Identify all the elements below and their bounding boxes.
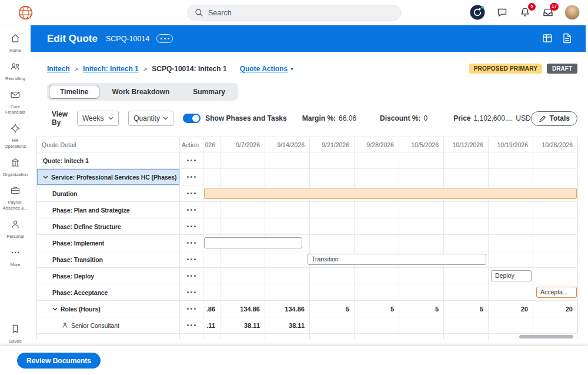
row-label[interactable]: Senior Consultant [37,317,180,333]
sidebar-item-core-financials[interactable]: Core Financials [1,89,30,116]
breadcrumb-link-initech[interactable]: Initech [47,65,70,73]
gantt-bar-phase-transition[interactable]: Transition [308,254,486,265]
breadcrumb: Initech > Initech: Initech 1 > SCPQ-1001… [47,64,577,74]
tab-timeline[interactable]: Timeline [49,85,99,99]
chat-icon[interactable] [496,6,509,19]
timeline-cell [399,317,444,333]
horizontal-scrollbar[interactable] [519,335,573,339]
ellipsis-icon [186,209,197,211]
timeline-cell [399,334,444,340]
date-column-header: 9/14/2026 [265,137,310,152]
row-label[interactable]: Phase: Plan and Strategize [37,202,180,218]
show-phases-toggle[interactable] [183,114,201,123]
margin-value: 66.06 [339,114,356,122]
chevron-down-icon[interactable] [43,175,48,179]
row-actions-button[interactable] [180,284,203,300]
grid-row-phase-deploy: Phase: DeployDeploy [37,268,577,284]
sidebar-item-organization[interactable]: Organization [1,157,30,178]
org-icon [10,157,21,170]
row-label[interactable]: Duration [37,185,180,201]
review-documents-button[interactable]: Review Documents [17,353,101,369]
sidebar-item-saved[interactable]: Saved [1,324,30,344]
row-actions-button[interactable] [180,268,203,284]
avatar[interactable] [564,5,580,20]
pencil-icon [539,115,546,122]
sidebar-item-hr-operations[interactable]: HR Operations [1,123,30,150]
timeline-cell [533,268,578,284]
row-actions-button[interactable] [180,152,203,168]
row-label[interactable]: Phase: Implement [37,235,180,251]
timeline-cell [355,334,399,340]
timeline-cell [310,284,355,300]
row-actions-button[interactable] [180,301,203,317]
sidebar-item-home[interactable]: Home [1,33,30,54]
row-actions-button[interactable] [180,218,203,234]
date-column-header: 9/21/2026 [310,137,355,152]
search-icon [195,8,203,17]
row-label[interactable]: Quote: Initech 1 [37,152,180,168]
sidebar-item-personal[interactable]: Personal [1,219,30,240]
chevron-down-icon[interactable] [52,307,58,311]
gantt-bar-duration[interactable] [204,188,577,199]
row-actions-button[interactable] [180,251,203,267]
row-label[interactable]: Phase: Deploy [37,268,180,284]
grid-row-roles-hours: Roles (Hours).86134.86134.8655552020 [37,301,577,317]
notifications-badge: 5 [528,3,536,11]
margin-label: Margin %: [302,114,336,122]
timeline-cell [220,202,265,218]
page-title: Edit Quote [47,33,98,45]
chevron-down-icon [108,117,113,120]
gantt-bar-phase-acceptance[interactable]: Accepta... [536,287,577,298]
timeline-cell [220,251,265,267]
timeline-cell [399,218,444,234]
inbox-tray-icon[interactable]: 17 [542,6,554,19]
timeline-cell [533,235,578,251]
ellipsis-icon [186,258,197,260]
gantt-bar-phase-implement[interactable] [204,237,302,248]
export-pdf-icon[interactable] [562,33,572,44]
row-label[interactable]: Phase: Define Structure [37,218,180,234]
row-label[interactable]: Phase: Acceptance [37,284,180,300]
sidebar-item-label: Payroll, Absence &... [2,200,28,211]
date-column-header: 10/12/2026 [444,137,489,152]
row-actions-button[interactable] [180,169,203,185]
date-column-header: 9/7/2026 [220,137,265,152]
row-label[interactable]: Phase: Transition [37,251,180,267]
row-label[interactable]: Service: Professional Services HC (Phase… [37,169,180,185]
notifications-bell-icon[interactable]: 5 [519,6,532,19]
timeline-cell [399,284,444,300]
search-bar[interactable]: Search [187,5,401,21]
view-by-select[interactable]: Weeks [77,111,119,126]
export-excel-icon[interactable] [542,33,553,44]
sidebar-item-payroll-absence[interactable]: Payroll, Absence &... [1,185,30,211]
row-label-text: Phase: Define Structure [52,223,121,230]
sidebar-item-more[interactable]: More [1,247,30,268]
measure-select[interactable]: Quantity [128,111,173,126]
row-actions-button[interactable] [180,185,203,201]
tab-strip: TimelineWork BreakdownSummary [47,83,238,101]
timeline-cell [355,317,399,333]
app-logo-globe-icon[interactable] [18,5,34,21]
timeline-cell: 134.86 [220,301,265,317]
timeline-cell [533,251,578,267]
gantt-bar-phase-deploy[interactable]: Deploy [491,270,532,281]
tab-summary[interactable]: Summary [182,85,236,99]
row-actions-button[interactable] [180,235,203,251]
tab-work-breakdown[interactable]: Work Breakdown [101,85,181,99]
date-column-header: 10/26/2026 [533,137,578,152]
row-actions-button[interactable] [180,317,203,333]
row-label-text: Service: Professional Services HC (Phase… [51,174,177,181]
breadcrumb-link-initech-1[interactable]: Initech: Initech 1 [83,65,139,73]
row-actions-button[interactable] [180,202,203,218]
timeline-cell [220,334,265,340]
ellipsis-icon [186,160,197,161]
row-label[interactable]: Roles (Hours) [37,301,180,317]
sidebar-item-recruiting[interactable]: Recruiting [1,61,30,82]
assistant-icon[interactable] [470,4,486,20]
ellipsis-icon [186,275,197,277]
totals-button[interactable]: Totals [531,111,577,126]
date-column-header: 026 [203,137,220,152]
related-actions-icon[interactable] [156,34,173,43]
quote-actions-menu[interactable]: Quote Actions ▾ [240,65,293,73]
person-icon [62,322,68,328]
